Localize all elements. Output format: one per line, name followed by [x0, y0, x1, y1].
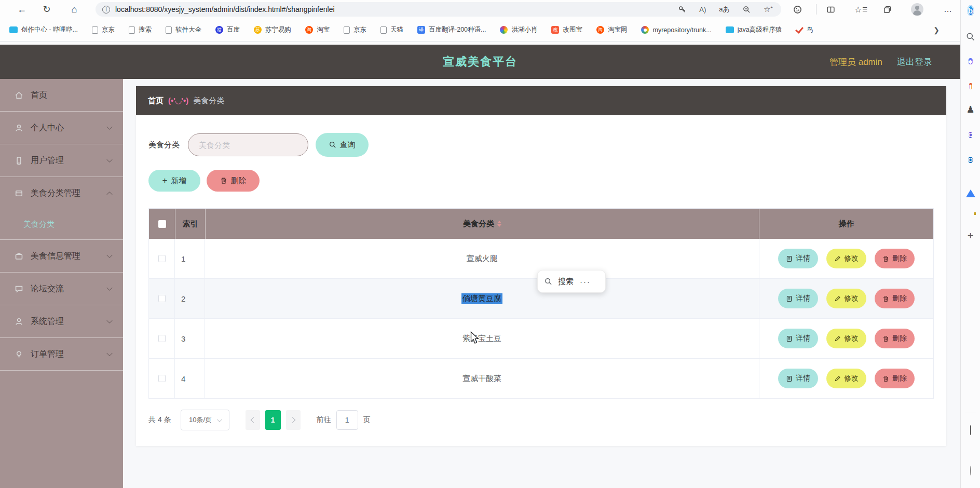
detail-button[interactable]: 详情: [778, 329, 818, 348]
prev-page-button[interactable]: [246, 410, 260, 430]
detail-button[interactable]: 详情: [778, 369, 818, 388]
column-header-name[interactable]: 美食分类: [205, 209, 759, 239]
sidebar-subitem-food-category[interactable]: 美食分类: [0, 210, 123, 240]
popup-more-icon[interactable]: ···: [580, 277, 591, 286]
bookmark-item[interactable]: 猞百度: [215, 25, 240, 34]
document-icon: [786, 255, 793, 262]
row-checkbox[interactable]: [158, 335, 166, 342]
row-checkbox[interactable]: [158, 295, 166, 302]
trash-icon: [882, 295, 889, 302]
select-all-checkbox[interactable]: [158, 220, 166, 228]
add-panel-icon[interactable]: +: [968, 231, 974, 241]
customize-sidebar-icon[interactable]: [970, 426, 971, 435]
bookmark-item[interactable]: 淘淘宝网: [596, 25, 628, 34]
sidebar-item-home[interactable]: 首页: [0, 79, 123, 112]
collections-icon[interactable]: [883, 0, 892, 19]
query-button[interactable]: 查询: [316, 133, 369, 157]
bookmark-item[interactable]: java高级程序猿: [726, 25, 782, 34]
bookmark-item[interactable]: 淘淘宝: [305, 25, 330, 34]
bing-chat-icon[interactable]: b: [967, 4, 974, 18]
goto-page-input[interactable]: [336, 410, 358, 430]
drop-paper-plane-icon[interactable]: [966, 181, 975, 190]
row-checkbox[interactable]: [158, 375, 166, 382]
logout-link[interactable]: 退出登录: [897, 56, 932, 68]
profile-avatar[interactable]: [911, 0, 923, 19]
sidebar-item-forum[interactable]: 论坛交流: [0, 273, 123, 305]
delete-button[interactable]: 删除: [875, 289, 915, 308]
chevron-down-icon: [106, 124, 112, 130]
sort-carets-icon[interactable]: [497, 221, 501, 227]
edit-button[interactable]: 修改: [826, 369, 866, 388]
toolbar-divider: [816, 4, 816, 15]
page-size-select[interactable]: 10条/页: [181, 410, 229, 430]
sidebar-item-user-management[interactable]: 用户管理: [0, 144, 123, 177]
bookmark-item[interactable]: 软件大全: [166, 25, 201, 34]
bookmark-item[interactable]: 京东: [344, 25, 366, 34]
sidebar-search-icon[interactable]: [966, 32, 975, 42]
search-input[interactable]: [188, 133, 308, 156]
extensions-icon[interactable]: [793, 0, 802, 19]
bilibili-icon: [726, 26, 734, 33]
chevron-down-icon: [217, 417, 222, 422]
web-page: 宣威美食平台 管理员 admin 退出登录 首页 个人中心 用户管理 美食分类管…: [0, 42, 960, 488]
batch-delete-button[interactable]: 删除: [207, 170, 260, 192]
bookmark-item[interactable]: 创作中心 - 哔哩哔...: [9, 25, 78, 34]
bookmark-item[interactable]: 苏苏宁易购: [254, 25, 291, 34]
add-button[interactable]: + 新增: [148, 170, 200, 192]
translate-icon[interactable]: aあ: [719, 5, 730, 14]
row-index: 3: [175, 319, 205, 358]
pencil-icon: [834, 335, 841, 342]
password-key-icon[interactable]: [678, 6, 686, 13]
shopping-icon[interactable]: ◆: [968, 56, 972, 66]
sidebar-item-food-info-management[interactable]: 美食信息管理: [0, 240, 123, 273]
breadcrumb-home[interactable]: 首页: [148, 96, 164, 106]
url-text[interactable]: localhost:8080/xyesjy_system/admin/dist/…: [115, 5, 335, 13]
bookmarks-overflow-chevron[interactable]: ❯: [933, 26, 940, 34]
content-card: 首页 (•'◡'•) 美食分类 美食分类 查询 + 新增: [136, 86, 946, 446]
bookmark-item[interactable]: myrepository/trunk...: [641, 26, 711, 34]
delete-button[interactable]: 删除: [875, 369, 915, 388]
back-icon[interactable]: ←: [16, 4, 28, 15]
selection-search-popup[interactable]: 搜索 ···: [537, 270, 606, 293]
pencil-icon: [834, 375, 841, 382]
tools-icon[interactable]: ▮: [969, 81, 972, 91]
current-page-button[interactable]: 1: [265, 410, 281, 430]
favorite-star-icon[interactable]: ☆+: [764, 5, 773, 14]
detail-button[interactable]: 详情: [778, 249, 818, 268]
sidebar-item-food-category-management[interactable]: 美食分类管理: [0, 177, 123, 210]
rail-divider: [965, 413, 976, 413]
edit-button[interactable]: 修改: [826, 329, 866, 348]
refresh-icon[interactable]: ↻: [40, 4, 53, 15]
delete-button[interactable]: 删除: [875, 329, 915, 348]
action-row: + 新增 删除: [148, 170, 934, 192]
bookmark-item[interactable]: 译百度翻译-200种语...: [417, 25, 486, 34]
next-page-button[interactable]: [286, 410, 301, 430]
favorites-list-icon[interactable]: ☆☰: [854, 0, 867, 19]
bookmark-item[interactable]: 京东: [92, 25, 115, 34]
outlook-icon[interactable]: O: [968, 155, 973, 165]
sidebar-item-order-management[interactable]: 订单管理: [0, 338, 123, 371]
bookmark-item[interactable]: 改改图宝: [551, 25, 582, 34]
home-icon[interactable]: ⌂: [68, 4, 80, 15]
row-checkbox[interactable]: [158, 255, 166, 262]
delete-button[interactable]: 删除: [875, 249, 915, 268]
games-icon[interactable]: ♟: [966, 105, 974, 115]
rail-extra-icon[interactable]: [970, 466, 971, 476]
edit-button[interactable]: 修改: [826, 289, 866, 308]
browser-menu-icon[interactable]: …: [944, 0, 952, 19]
bookmark-item[interactable]: 搜索: [129, 25, 152, 34]
sidebar-item-personal-center[interactable]: 个人中心: [0, 112, 123, 144]
m365-icon[interactable]: C: [969, 130, 973, 140]
read-aloud-icon[interactable]: A): [699, 6, 706, 13]
bookmark-item[interactable]: 天猫: [380, 25, 403, 34]
address-bar[interactable]: i localhost:8080/xyesjy_system/admin/dis…: [96, 2, 781, 17]
edit-button[interactable]: 修改: [826, 249, 866, 268]
site-info-icon[interactable]: i: [102, 6, 110, 13]
bookmark-item[interactable]: 洪湖小肖: [500, 25, 537, 34]
bookmark-item[interactable]: 鸟: [796, 25, 813, 34]
popup-search-label[interactable]: 搜索: [558, 277, 574, 287]
detail-button[interactable]: 详情: [778, 289, 818, 308]
split-screen-icon[interactable]: [826, 0, 835, 19]
zoom-out-icon[interactable]: [743, 6, 751, 13]
sidebar-item-system-management[interactable]: 系统管理: [0, 305, 123, 338]
